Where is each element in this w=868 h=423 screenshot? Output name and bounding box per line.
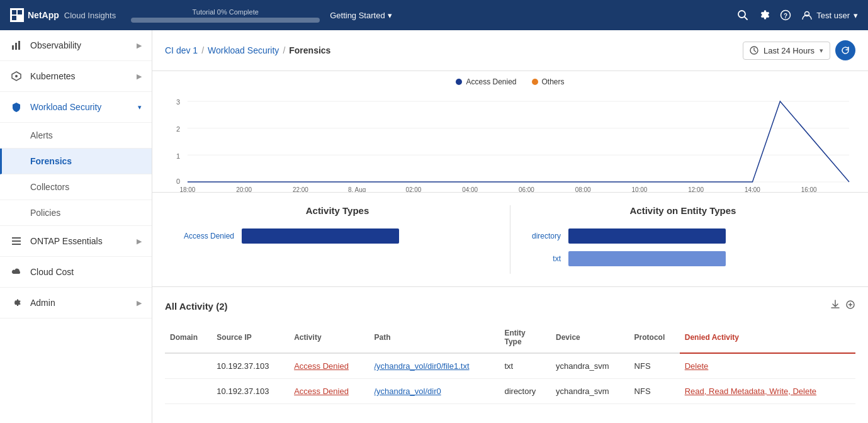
breadcrumb-ci-dev1[interactable]: CI dev 1	[165, 45, 198, 55]
breadcrumb-bar: CI dev 1 / Workload Security / Forensics…	[152, 30, 868, 71]
refresh-button[interactable]	[835, 40, 855, 60]
user-label: Test user	[816, 11, 850, 20]
svg-rect-9	[12, 45, 14, 50]
svg-rect-1	[12, 10, 16, 14]
chevron-right-icon: ▶	[137, 72, 142, 81]
col-denied-activity[interactable]: Denied Activity	[680, 322, 855, 353]
legend-others: Others	[532, 77, 565, 86]
cell-activity[interactable]: Access Denied	[289, 353, 369, 379]
breadcrumb-forensics: Forensics	[289, 45, 330, 55]
svg-text:16:00: 16:00	[801, 186, 817, 192]
clock-icon	[750, 46, 758, 55]
settings-button[interactable]	[758, 9, 770, 21]
list-icon	[10, 235, 23, 247]
svg-text:18:00: 18:00	[179, 186, 195, 192]
col-path: Path	[369, 322, 499, 353]
time-selector-label: Last 24 Hours	[764, 46, 814, 55]
col-entity-type: EntityType	[499, 322, 551, 353]
svg-rect-11	[18, 41, 20, 50]
shield-icon	[10, 101, 23, 113]
svg-text:10:00: 10:00	[631, 186, 647, 192]
chevron-right-icon: ▶	[137, 237, 142, 245]
activity-types-panel: Activity Types Access Denied	[165, 205, 510, 274]
svg-text:1: 1	[176, 152, 180, 159]
svg-text:3: 3	[176, 98, 180, 106]
cell-source-ip: 10.192.37.103	[211, 379, 289, 404]
sidebar-item-observability[interactable]: Observability ▶	[0, 30, 152, 61]
entity-label-txt[interactable]: txt	[523, 254, 561, 263]
table-title: All Activity (2)	[165, 301, 227, 312]
sidebar-item-ontap-label: ONTAP Essentials	[30, 236, 103, 246]
sidebar-item-workload-security-label: Workload Security	[30, 102, 101, 112]
activity-label-access-denied[interactable]: Access Denied	[178, 232, 234, 240]
logo-icon	[10, 8, 24, 22]
table-row: 10.192.37.103 Access Denied /ychandra_vo…	[165, 379, 855, 404]
svg-text:08:00: 08:00	[575, 186, 591, 192]
svg-text:8. Aug: 8. Aug	[348, 186, 366, 192]
download-button[interactable]	[830, 300, 840, 312]
activity-entity-types-panel: Activity on Entity Types directory txt	[510, 205, 855, 274]
main-content: CI dev 1 / Workload Security / Forensics…	[152, 30, 868, 423]
activity-entity-title: Activity on Entity Types	[523, 205, 843, 216]
svg-text:14:00: 14:00	[745, 186, 760, 192]
chevron-right-icon: ▶	[137, 42, 142, 50]
breadcrumb: CI dev 1 / Workload Security / Forensics	[165, 45, 743, 55]
entity-label-directory[interactable]: directory	[523, 232, 561, 240]
cell-entity-type: txt	[499, 353, 551, 379]
settings-columns-button[interactable]	[845, 300, 855, 312]
svg-text:04:00: 04:00	[462, 186, 478, 192]
chevron-right-icon: ▶	[137, 299, 142, 307]
sidebar-item-kubernetes[interactable]: Kubernetes ▶	[0, 61, 152, 92]
col-activity: Activity	[289, 322, 369, 353]
chart-legend: Access Denied Others	[165, 77, 855, 86]
entity-bar-row-txt: txt	[523, 251, 843, 266]
legend-access-denied: Access Denied	[456, 77, 516, 86]
sidebar-item-workload-security[interactable]: Workload Security ▾	[0, 92, 152, 123]
sidebar-item-policies[interactable]: Policies	[0, 200, 152, 226]
svg-text:2: 2	[176, 125, 180, 133]
logo-area: NetApp Cloud Insights	[10, 8, 116, 22]
time-selector[interactable]: Last 24 Hours ▾	[743, 42, 830, 60]
cell-denied-activity: Delete	[680, 353, 855, 379]
col-device: Device	[551, 322, 629, 353]
sidebar-item-cloud-cost-label: Cloud Cost	[30, 267, 74, 277]
svg-text:?: ?	[784, 13, 787, 20]
svg-text:0: 0	[176, 178, 180, 185]
download-icon	[830, 300, 840, 310]
sidebar-item-collectors[interactable]: Collectors	[0, 174, 152, 200]
col-domain: Domain	[165, 322, 211, 353]
sidebar-item-forensics[interactable]: Forensics	[0, 149, 152, 174]
svg-text:22:00: 22:00	[293, 186, 308, 192]
sidebar-item-cloud-cost[interactable]: Cloud Cost	[0, 257, 152, 288]
user-menu-button[interactable]: Test user ▾	[801, 9, 858, 21]
svg-rect-16	[12, 244, 21, 245]
sidebar-item-kubernetes-label: Kubernetes	[30, 71, 76, 81]
table-row: 10.192.37.103 Access Denied /ychandra_vo…	[165, 353, 855, 379]
cell-source-ip: 10.192.37.103	[211, 353, 289, 379]
cell-denied-activity: Read, Read Metadata, Write, Delete	[680, 379, 855, 404]
legend-dot-access-denied	[456, 79, 462, 85]
cell-path[interactable]: /ychandra_vol/dir0/file1.txt	[369, 353, 499, 379]
cell-path[interactable]: /ychandra_vol/dir0	[369, 379, 499, 404]
svg-rect-14	[12, 237, 21, 239]
help-button[interactable]: ?	[780, 9, 791, 21]
table-header: Domain Source IP Activity Path EntityTyp…	[165, 322, 855, 353]
chevron-down-icon: ▾	[820, 47, 823, 55]
chevron-down-icon: ▾	[138, 103, 142, 111]
sidebar-item-ontap-essentials[interactable]: ONTAP Essentials ▶	[0, 226, 152, 257]
entity-bar-txt	[568, 251, 726, 266]
svg-text:06:00: 06:00	[519, 186, 534, 192]
cell-activity[interactable]: Access Denied	[289, 379, 369, 404]
tutorial-bar: Tutorial 0% Complete	[131, 8, 320, 23]
sidebar-item-alerts[interactable]: Alerts	[0, 123, 152, 149]
svg-rect-3	[12, 16, 16, 20]
time-series-chart: 3 2 1 0 18:00 20:00 22:00 8. Aug 02:00 0…	[165, 91, 855, 192]
sidebar-item-admin[interactable]: Admin ▶	[0, 288, 152, 319]
svg-rect-10	[15, 43, 17, 50]
search-button[interactable]	[737, 9, 748, 21]
getting-started-button[interactable]: Getting Started ▾	[330, 11, 392, 20]
breadcrumb-workload-security[interactable]: Workload Security	[208, 45, 279, 55]
all-activity-table: Domain Source IP Activity Path EntityTyp…	[165, 322, 855, 404]
gear-icon	[10, 296, 23, 309]
activity-section: Activity Types Access Denied Activity on…	[152, 193, 868, 287]
